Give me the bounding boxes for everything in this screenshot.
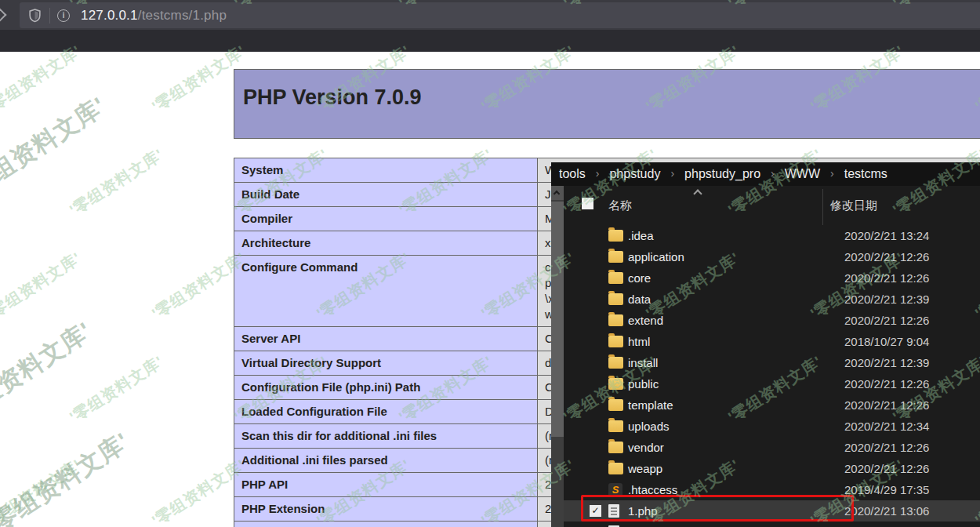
phpinfo-label-cell: Compiler — [234, 207, 538, 231]
file-row-vendor[interactable]: vendor 2020/2/21 12:26 — [564, 437, 980, 458]
file-name: html — [628, 335, 650, 348]
folder-icon — [608, 336, 623, 347]
file-date: 2020/2/21 12:39 — [844, 293, 929, 306]
file-date: 2020/2/21 12:26 — [844, 250, 929, 264]
folder-icon — [608, 378, 623, 390]
file-date: 2020/2/21 12:26 — [844, 441, 929, 454]
breadcrumb-item-phpstudy[interactable]: phpstudy — [609, 167, 660, 181]
phpinfo-label-cell: Additional .ini files parsed — [234, 449, 538, 473]
folder-icon — [608, 230, 623, 242]
annotation-red-box — [581, 495, 854, 522]
watermark-text-large: '零组资料文库' — [0, 90, 112, 207]
file-row-.idea[interactable]: .idea 2020/2/21 13:24 — [564, 225, 980, 246]
shield-icon[interactable] — [28, 9, 42, 23]
file-name: vendor — [628, 441, 664, 454]
file-name: public — [628, 377, 659, 391]
breadcrumb: tools›phpstudy›phpstudy_pro›WWW›testcms — [551, 162, 980, 186]
watermark-text: '零组资料文库' — [0, 144, 3, 221]
file-date: 2020/2/21 12:39 — [844, 356, 929, 369]
breadcrumb-item-WWW[interactable]: WWW — [785, 167, 820, 181]
folder-icon — [608, 314, 623, 326]
phpinfo-label-cell: Loaded Configuration File — [234, 400, 538, 424]
phpinfo-label-cell: PHP API — [234, 473, 538, 497]
phpinfo-label-cell: Scan this dir for additional .ini files — [234, 424, 538, 449]
breadcrumb-item-testcms[interactable]: testcms — [844, 167, 887, 181]
file-explorer-window: tools›phpstudy›phpstudy_pro›WWW›testcms … — [551, 162, 980, 527]
phpinfo-label-cell: Configuration File (php.ini) Path — [234, 376, 538, 400]
watermark-text: '零组资料文库' — [0, 351, 3, 428]
file-name: .idea — [628, 229, 654, 242]
select-all-checkbox[interactable] — [582, 198, 593, 209]
urlbar-divider — [49, 8, 50, 24]
column-header-name[interactable]: 名称 — [608, 198, 632, 213]
folder-icon — [608, 420, 623, 432]
file-row-public[interactable]: public 2020/2/21 12:26 — [564, 373, 980, 394]
url-domain: 127.0.0.1 — [81, 8, 138, 23]
column-header-date[interactable]: 修改日期 — [830, 198, 877, 213]
file-date: 2020/2/21 12:34 — [844, 420, 929, 433]
folder-icon — [608, 442, 623, 453]
watermark-text: '零组资料文库' — [66, 144, 168, 221]
phpinfo-label-cell: PHP Extension — [234, 497, 538, 522]
vertical-scrollbar[interactable] — [551, 186, 564, 527]
watermark-text: '零组资料文库' — [0, 455, 85, 527]
file-date: 2020/2/21 12:26 — [844, 271, 929, 285]
watermark-text: '零组资料文库' — [0, 248, 85, 325]
file-row-application[interactable]: application 2020/2/21 12:26 — [564, 246, 980, 267]
file-date: 2020/2/21 13:24 — [844, 229, 929, 242]
scroll-up-button[interactable] — [551, 186, 564, 200]
file-date: 2020/2/21 12:26 — [844, 377, 929, 391]
file-row-data[interactable]: data 2020/2/21 12:39 — [564, 289, 980, 310]
file-name: template — [628, 398, 673, 412]
file-row-uploads[interactable]: uploads 2020/2/21 12:34 — [564, 416, 980, 437]
file-row-html[interactable]: html 2018/10/27 9:04 — [564, 331, 980, 352]
file-date: 2020/2/21 12:26 — [844, 314, 929, 327]
file-row-extend[interactable]: extend 2020/2/21 12:26 — [564, 310, 980, 331]
file-row-core[interactable]: core 2020/2/21 12:26 — [564, 267, 980, 289]
phpinfo-label-cell: Architecture — [234, 231, 538, 256]
watermark-text-large: '零组资料文库' — [0, 426, 136, 527]
phpinfo-label-cell — [234, 522, 538, 527]
folder-icon — [608, 399, 623, 411]
file-row-partial[interactable] — [564, 522, 980, 527]
file-row-install[interactable]: install 2020/2/21 12:39 — [564, 352, 980, 373]
file-date: 2020/2/21 13:06 — [844, 504, 929, 518]
scrollbar-thumb[interactable] — [551, 202, 564, 437]
address-text[interactable]: 127.0.0.1/testcms/1.php — [81, 8, 227, 24]
browser-subbar — [0, 30, 980, 52]
watermark-text: '零组资料文库' — [66, 351, 168, 428]
folder-icon — [608, 293, 623, 305]
file-name: data — [628, 293, 651, 306]
breadcrumb-item-phpstudy_pro[interactable]: phpstudy_pro — [684, 167, 760, 181]
file-row-template[interactable]: template 2020/2/21 12:26 — [564, 394, 980, 416]
phpinfo-label-cell: Virtual Directory Support — [234, 351, 538, 376]
file-date: 2018/10/27 9:04 — [844, 335, 929, 348]
phpinfo-label-cell: Build Date — [234, 183, 538, 207]
phpinfo-label-cell: Configure Command — [234, 256, 538, 327]
file-name: application — [628, 250, 684, 264]
page-title: PHP Version 7.0.9 — [243, 85, 980, 110]
forward-arrow-icon[interactable] — [0, 9, 6, 22]
file-date: 2020/2/21 12:26 — [844, 462, 929, 475]
file-name: uploads — [628, 420, 670, 433]
folder-icon — [608, 463, 623, 474]
site-info-icon[interactable]: i — [57, 9, 70, 22]
file-row-weapp[interactable]: weapp 2020/2/21 12:26 — [564, 458, 980, 479]
chevron-right-icon: › — [771, 167, 775, 180]
folder-icon — [608, 357, 623, 369]
phpinfo-header: PHP Version 7.0.9 — [234, 69, 980, 139]
phpinfo-label-cell: System — [234, 158, 538, 183]
browser-toolbar: i 127.0.0.1/testcms/1.php — [0, 0, 980, 30]
file-list: .idea 2020/2/21 13:24 application 2020/2… — [564, 225, 980, 527]
file-date: 2019/4/29 17:35 — [844, 483, 929, 496]
chevron-right-icon: › — [830, 167, 834, 180]
file-date: 2020/2/21 12:26 — [844, 398, 929, 412]
folder-icon — [608, 272, 623, 284]
breadcrumb-item-tools[interactable]: tools — [559, 167, 586, 181]
file-name: extend — [628, 314, 663, 327]
chevron-right-icon: › — [670, 167, 674, 180]
column-divider[interactable] — [822, 189, 823, 225]
url-path: /testcms/1.php — [138, 8, 227, 23]
sort-ascending-icon — [693, 189, 702, 198]
url-bar[interactable]: i 127.0.0.1/testcms/1.php — [20, 2, 980, 28]
